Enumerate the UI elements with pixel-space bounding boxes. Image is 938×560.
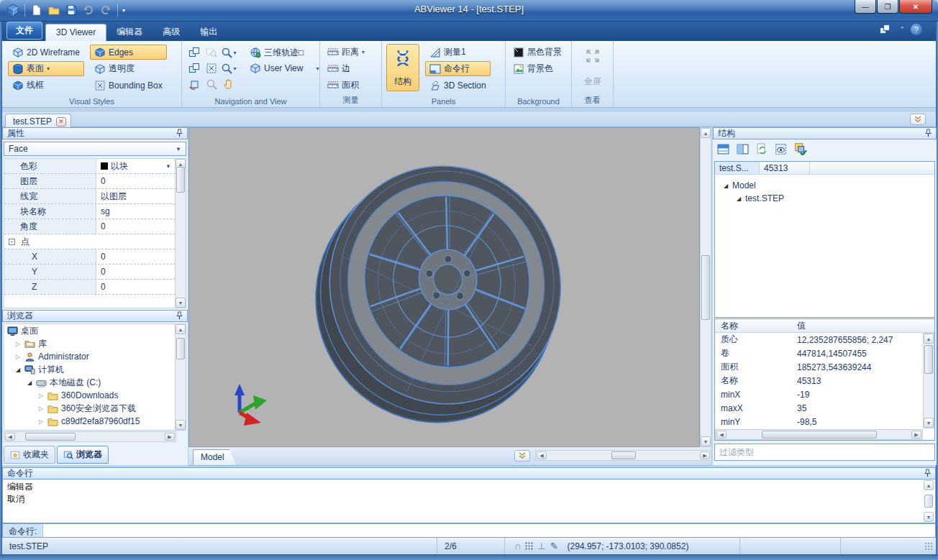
table-row-maxx[interactable]: maxX35 — [715, 401, 923, 415]
property-row-x[interactable]: X0 — [4, 249, 176, 265]
split-horizontal-icon[interactable] — [717, 143, 729, 155]
header-name[interactable]: 名称 — [715, 320, 794, 332]
export-structure-icon[interactable] — [794, 142, 807, 155]
bounding-box-button[interactable]: Bounding Box — [90, 78, 167, 93]
property-row-z[interactable]: Z0 — [4, 280, 176, 295]
black-background-button[interactable]: 黑色背景 — [509, 45, 566, 60]
draw-pen-icon[interactable]: ✎ — [550, 541, 558, 551]
help-icon[interactable]: ? — [911, 24, 922, 35]
tree-item-360browser-download[interactable]: ▷360安全浏览器下载 — [4, 402, 176, 415]
property-row-layer[interactable]: 图层0 — [4, 174, 176, 189]
scrollbar-thumb[interactable] — [25, 433, 76, 441]
scroll-left-icon[interactable]: ◀ — [716, 431, 727, 439]
pin-icon[interactable] — [175, 129, 184, 138]
pan-view-icon[interactable] — [186, 61, 202, 76]
scrollbar-thumb[interactable] — [701, 255, 710, 320]
properties-scrollbar[interactable]: ▲ ▼ — [175, 158, 186, 308]
window-style-icon[interactable]: ▾ — [879, 24, 893, 35]
object-type-select[interactable]: Face ▼ — [4, 142, 186, 156]
scroll-left-icon[interactable]: ◀ — [537, 451, 547, 459]
tab-browser[interactable]: 浏览器 — [57, 446, 109, 464]
info-table-hscrollbar[interactable]: ◀ ▶ — [715, 429, 923, 440]
pin-icon[interactable] — [923, 469, 932, 478]
column-header-id[interactable]: 45313 — [760, 162, 810, 174]
zoom-in-icon[interactable]: ▾ — [221, 45, 237, 60]
panel-collapse-icon[interactable] — [910, 114, 926, 125]
table-row-name[interactable]: 名称45313 — [715, 374, 923, 387]
header-value[interactable]: 值 — [794, 320, 934, 332]
surface-button[interactable]: 表面▾ — [8, 61, 84, 76]
scroll-up-icon[interactable]: ▲ — [701, 128, 711, 138]
ortho-icon[interactable]: ⊥ — [537, 541, 545, 551]
user-view-button[interactable]: User View▾ — [245, 61, 323, 76]
scroll-right-icon[interactable]: ▶ — [911, 431, 921, 439]
pin-icon[interactable] — [924, 129, 933, 138]
measure1-panel-button[interactable]: 测量1 — [425, 45, 491, 60]
scrollbar-thumb[interactable] — [611, 451, 636, 459]
transparency-button[interactable]: 透明度 — [90, 61, 167, 76]
tree-item-cimco[interactable]: ▷CIMCO — [4, 428, 176, 431]
scrollbar-thumb[interactable] — [176, 167, 185, 193]
3d-section-button[interactable]: 3D Section — [425, 78, 491, 93]
model-tab[interactable]: Model — [193, 449, 237, 465]
tree-item-desktop[interactable]: 桌面 — [4, 324, 176, 337]
status-page-indicator[interactable]: 2/6 — [437, 538, 505, 554]
tab-advanced[interactable]: 高级 — [152, 23, 190, 41]
scroll-up-icon[interactable]: ▲ — [924, 480, 934, 490]
tree-item-360downloads[interactable]: ▷360Downloads — [4, 389, 176, 402]
rotate-view-icon[interactable] — [186, 45, 202, 60]
measure-distance-button[interactable]: 距离▾ — [323, 45, 369, 60]
scrollbar-thumb[interactable] — [924, 495, 933, 508]
collapse-ribbon-icon[interactable]: ⌃ — [899, 26, 905, 33]
info-table-scrollbar[interactable]: ▲ ▼ — [923, 333, 934, 428]
property-row-color[interactable]: 色彩 以块▼ — [4, 159, 176, 174]
property-row-lineweight[interactable]: 线宽以图层 — [4, 189, 176, 204]
scroll-down-icon[interactable]: ▼ — [924, 512, 934, 522]
2d-wireframe-button[interactable]: 2D Wireframe — [8, 45, 84, 60]
browser-hscrollbar[interactable]: ◀ ▶ — [4, 431, 176, 442]
resize-grip[interactable] — [924, 542, 933, 551]
command-scrollbar[interactable]: ▲ ▼ — [923, 480, 934, 522]
measure-area-button[interactable]: 面积 — [323, 78, 369, 93]
tab-output[interactable]: 输出 — [190, 23, 227, 41]
tree-item-computer[interactable]: ◢计算机 — [4, 363, 176, 376]
close-button[interactable]: ✕ — [899, 0, 932, 14]
structure-panel-button[interactable]: 结构 — [386, 44, 419, 91]
command-line-panel-button[interactable]: 命令行 — [425, 61, 491, 76]
zoom-previous-icon[interactable] — [204, 77, 219, 92]
tab-favorites[interactable]: 收藏夹 — [4, 446, 55, 464]
layout-chevron-icon[interactable] — [514, 450, 530, 462]
table-row-volume[interactable]: 卷447814,14507455 — [715, 346, 923, 360]
scroll-down-icon[interactable]: ▼ — [924, 418, 934, 428]
scrollbar-thumb[interactable] — [176, 338, 185, 359]
zoom-window-icon[interactable] — [204, 45, 219, 60]
pan-hand-icon[interactable] — [221, 77, 237, 92]
edges-button[interactable]: Edges — [90, 45, 167, 60]
document-tab[interactable]: test.STEP ✕ — [5, 114, 71, 127]
minimize-button[interactable]: — — [855, 0, 876, 14]
command-history[interactable]: 编辑器 取消 ▲ ▼ — [2, 479, 936, 523]
table-row-minx[interactable]: minX-19 — [715, 387, 923, 401]
scrollbar-thumb[interactable] — [924, 345, 933, 374]
scroll-up-icon[interactable]: ▲ — [176, 324, 186, 334]
scroll-up-icon[interactable]: ▲ — [924, 334, 934, 344]
magnet-snap-icon[interactable]: ∩ — [514, 541, 521, 551]
tab-editor[interactable]: 编辑器 — [106, 23, 152, 41]
browser-scrollbar[interactable]: ▲ ▼ — [175, 323, 186, 431]
property-row-blockname[interactable]: 块名称sg — [4, 204, 176, 219]
table-row-miny[interactable]: minY-98,5 — [715, 415, 923, 428]
property-row-y[interactable]: Y0 — [4, 265, 176, 280]
rotate-35-icon[interactable] — [186, 77, 202, 92]
zoom-out-icon[interactable]: ▾ — [221, 61, 237, 76]
wireframe-button[interactable]: 线框 — [8, 78, 84, 93]
scroll-right-icon[interactable]: ▶ — [700, 451, 710, 459]
scroll-left-icon[interactable]: ◀ — [5, 433, 15, 441]
property-row-angle[interactable]: 角度0 — [4, 219, 176, 234]
zoom-extents-icon[interactable] — [204, 61, 219, 76]
pin-icon[interactable] — [175, 311, 184, 321]
scroll-down-icon[interactable]: ▼ — [701, 436, 711, 446]
column-header-name[interactable]: test.S... — [715, 162, 760, 174]
show-selection-icon[interactable] — [775, 143, 787, 155]
scroll-down-icon[interactable]: ▼ — [176, 298, 186, 308]
collapse-minus-icon[interactable]: − — [9, 239, 15, 245]
